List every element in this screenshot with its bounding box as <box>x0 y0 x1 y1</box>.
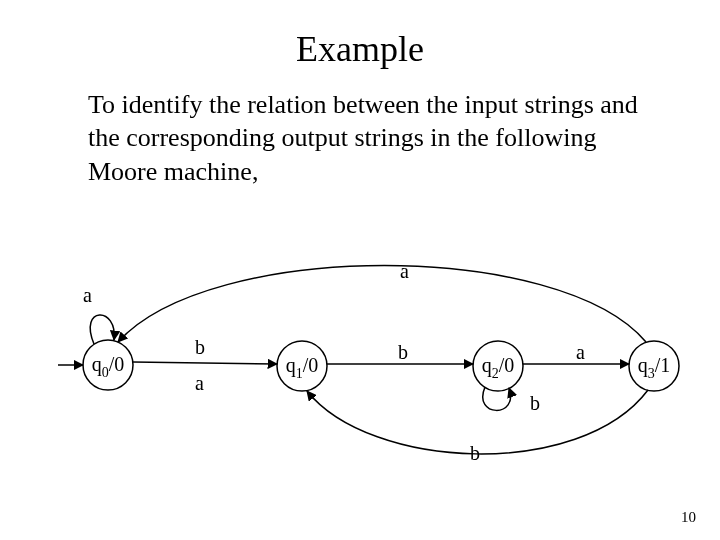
svg-text:q2/0: q2/0 <box>482 354 515 381</box>
slide-title: Example <box>0 28 720 70</box>
slide-paragraph: To identify the relation between the inp… <box>88 88 660 188</box>
state-q3: q3/1 <box>629 341 679 391</box>
q2-sub: 2 <box>492 366 499 381</box>
q2-out: /0 <box>499 354 515 376</box>
edge-q3-q0-a <box>118 266 646 343</box>
q0-out: /0 <box>109 353 125 375</box>
svg-text:q0/0: q0/0 <box>92 353 125 380</box>
label-q2-q3-a: a <box>576 341 585 363</box>
moore-machine-diagram: q0/0 q1/0 q2/0 q3/1 a b a b a a b <box>0 260 720 500</box>
page-number: 10 <box>681 509 696 526</box>
q3-sub: 3 <box>648 366 655 381</box>
q1-q: q <box>286 354 296 377</box>
q0-q: q <box>92 353 102 376</box>
svg-point-6 <box>629 341 679 391</box>
q3-out: /1 <box>655 354 671 376</box>
state-q2: q2/0 <box>473 341 523 391</box>
label-q0-q1-b: b <box>195 336 205 358</box>
q1-sub: 1 <box>296 366 303 381</box>
label-q3-q1-b: b <box>470 442 480 464</box>
label-q0-loop-a: a <box>83 284 92 306</box>
q0-sub: 0 <box>102 365 109 380</box>
q3-q: q <box>638 354 648 377</box>
edge-q0-q1 <box>133 362 277 364</box>
state-q0: q0/0 <box>83 340 133 390</box>
svg-point-4 <box>473 341 523 391</box>
label-q1-q2-b: b <box>398 341 408 363</box>
svg-point-2 <box>277 341 327 391</box>
svg-point-0 <box>83 340 133 390</box>
q1-out: /0 <box>303 354 319 376</box>
svg-text:q1/0: q1/0 <box>286 354 319 381</box>
svg-text:q3/1: q3/1 <box>638 354 671 381</box>
q2-q: q <box>482 354 492 377</box>
label-q3-q0-a: a <box>400 260 409 282</box>
label-q0-q1-a: a <box>195 372 204 394</box>
label-q2-loop-b: b <box>530 392 540 414</box>
state-q1: q1/0 <box>277 341 327 391</box>
